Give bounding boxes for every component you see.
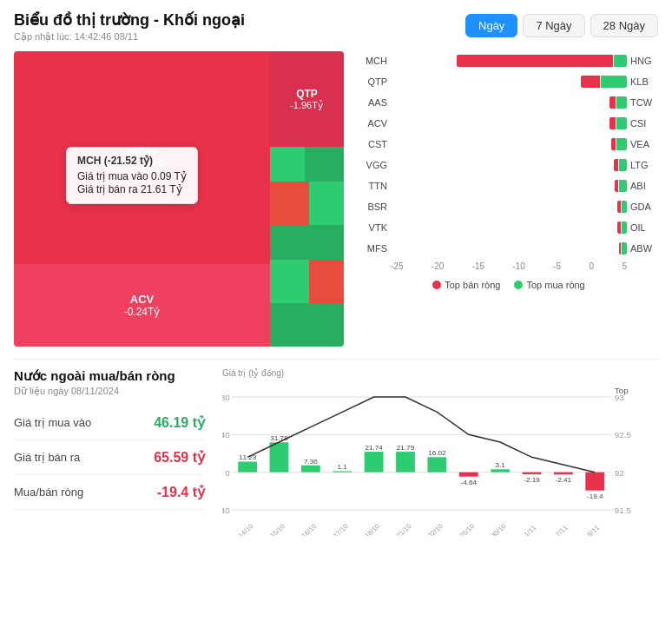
bar-label-left-1: QTP — [359, 76, 391, 87]
treemap-cell-g7[interactable] — [309, 260, 344, 303]
bottom-bar-7[interactable] — [459, 473, 478, 477]
bottom-x-label-4: 18/10 — [363, 522, 382, 536]
svg-text:0: 0 — [225, 468, 229, 478]
bar-row-4: CST VEA — [359, 135, 658, 154]
bar-pos-8 — [622, 221, 627, 234]
bottom-bar-11[interactable] — [585, 473, 604, 491]
svg-text:-40: -40 — [222, 506, 230, 515]
bottom-bar-6[interactable] — [427, 457, 446, 472]
x-axis-label: -15 — [472, 261, 484, 271]
treemap-cell-g4[interactable] — [309, 182, 344, 225]
bottom-title: Nước ngoài mua/bán ròng — [14, 368, 205, 384]
bar-neg-3 — [609, 117, 616, 129]
bar-label-right-4: VEA — [627, 139, 658, 149]
net-buy-panel: Nước ngoài mua/bán ròng Dữ liệu ngày 08/… — [14, 368, 205, 536]
x-axis-label: -25 — [391, 261, 403, 271]
treemap-cell-g6[interactable] — [270, 260, 309, 303]
bottom-bar-8[interactable] — [491, 469, 510, 472]
bar-label-left-4: CST — [359, 139, 391, 149]
treemap-cell-g2[interactable] — [305, 147, 344, 182]
bottom-x-label-1: 15/10 — [268, 522, 287, 536]
bar-bars-4 — [391, 137, 627, 151]
stat-label-buy: Giá trị mua vào — [14, 416, 91, 429]
bar-row-7: BSR GDA — [359, 197, 658, 216]
bottom-x-label-11: 8/11 — [585, 524, 601, 536]
treemap-cell-qtp[interactable]: QTP -1.96Tỷ — [270, 51, 344, 147]
bar-pos-0 — [614, 55, 627, 67]
bar-bars-3 — [391, 116, 627, 130]
acv-val: -0.24Tỷ — [124, 306, 161, 318]
bar-label-left-2: AAS — [359, 97, 391, 108]
bar-neg-4 — [611, 138, 616, 150]
bar-label-left-6: TTN — [359, 181, 391, 191]
bar-bars-5 — [391, 158, 627, 172]
bar-label-right-8: OIL — [627, 222, 658, 233]
btn-7ngay[interactable]: 7 Ngày — [523, 14, 584, 37]
chart-canvas: 80400-4011.2314/1031.7815/107.3616/101.1… — [222, 380, 658, 536]
treemap-cell-acv[interactable]: ACV -0.24Tỷ — [14, 264, 270, 347]
bottom-bar-9[interactable] — [523, 473, 542, 474]
bottom-bar-5[interactable] — [396, 452, 415, 473]
stat-row-sell: Giá trị bán ra 65.59 tỷ — [14, 440, 205, 475]
legend-sell: Top bán ròng — [432, 280, 500, 290]
stat-row-net: Mua/bán ròng -19.4 tỷ — [14, 475, 205, 510]
bar-bars-2 — [391, 96, 627, 109]
bar-bars-9 — [391, 241, 627, 255]
treemap-cell-g5[interactable] — [270, 225, 344, 260]
right-axis-label: 92 — [615, 468, 624, 478]
stat-value-sell: 65.59 tỷ — [154, 449, 205, 466]
treemap-cell-g3[interactable] — [270, 182, 309, 225]
bottom-x-label-10: 7/11 — [554, 524, 570, 536]
bottom-bar-10[interactable] — [554, 473, 573, 475]
chart-y-label: Giá trị (tỷ đồng) — [222, 368, 658, 378]
bar-label-left-7: BSR — [359, 202, 391, 212]
bottom-bar-label-3: 1.1 — [338, 464, 347, 472]
btn-28ngay[interactable]: 28 Ngày — [590, 14, 658, 37]
treemap-cell-g8[interactable] — [270, 303, 344, 347]
right-axis-label: 91.5 — [615, 506, 631, 515]
bar-pos-4 — [616, 138, 627, 150]
header: Biểu đồ thị trường - Khối ngoại Cập nhật… — [14, 10, 658, 43]
bar-pos-3 — [616, 117, 627, 129]
x-axis: -25-20-15-10-505 — [359, 261, 658, 271]
bar-neg-8 — [617, 221, 621, 234]
stat-value-buy: 46.19 tỷ — [154, 414, 205, 431]
bottom-bar-label-5: 21.79 — [397, 444, 414, 452]
bar-row-2: AAS TCW — [359, 93, 658, 112]
bar-label-right-5: LTG — [627, 160, 658, 170]
qtp-label: QTP — [296, 88, 318, 100]
treemap-cell-g1[interactable] — [270, 147, 305, 182]
bottom-bar-2[interactable] — [301, 466, 320, 473]
x-axis-label: -5 — [553, 261, 561, 271]
legend-sell-dot — [432, 281, 441, 289]
bar-label-left-3: ACV — [359, 118, 391, 129]
bottom-bar-0[interactable] — [238, 462, 257, 473]
bottom-x-label-8: 30/10 — [490, 522, 509, 536]
bar-bars-7 — [391, 200, 627, 214]
bar-row-6: TTN ABI — [359, 176, 658, 195]
bottom-date: Dữ liệu ngày 08/11/2024 — [14, 386, 205, 397]
treemap-cell-mch[interactable]: MCH -21.52Tỷ — [14, 51, 270, 264]
bar-label-right-9: ABW — [627, 243, 658, 254]
bottom-x-label-0: 14/10 — [237, 522, 256, 536]
main-title: Biểu đồ thị trường - Khối ngoại — [14, 10, 245, 30]
title-block: Biểu đồ thị trường - Khối ngoại Cập nhật… — [14, 10, 245, 43]
bottom-bar-4[interactable] — [365, 452, 384, 473]
bottom-bar-label-11: -19.4 — [587, 492, 603, 500]
qtp-val: -1.96Tỷ — [290, 100, 324, 111]
treemap: MCH -21.52Tỷ ACV -0.24Tỷ QTP -1.96Tỷ — [14, 51, 344, 347]
bar-bars-6 — [391, 179, 627, 193]
legend-sell-label: Top bán ròng — [445, 280, 500, 290]
mch-val: -21.52Tỷ — [119, 159, 165, 172]
bottom-bar-1[interactable] — [270, 442, 289, 472]
bottom-section: Nước ngoài mua/bán ròng Dữ liệu ngày 08/… — [14, 368, 658, 536]
bar-label-right-0: HNG — [627, 56, 658, 66]
mch-label: MCH — [127, 144, 156, 159]
bottom-bar-3[interactable] — [333, 471, 352, 472]
bottom-bar-label-0: 11.23 — [239, 454, 257, 462]
bottom-bar-label-6: 16.02 — [428, 450, 445, 458]
btn-ngay[interactable]: Ngày — [465, 14, 517, 37]
bar-bars-0 — [391, 54, 627, 68]
bar-row-9: MFS ABW — [359, 239, 658, 258]
bottom-x-label-9: 1/11 — [523, 524, 538, 536]
